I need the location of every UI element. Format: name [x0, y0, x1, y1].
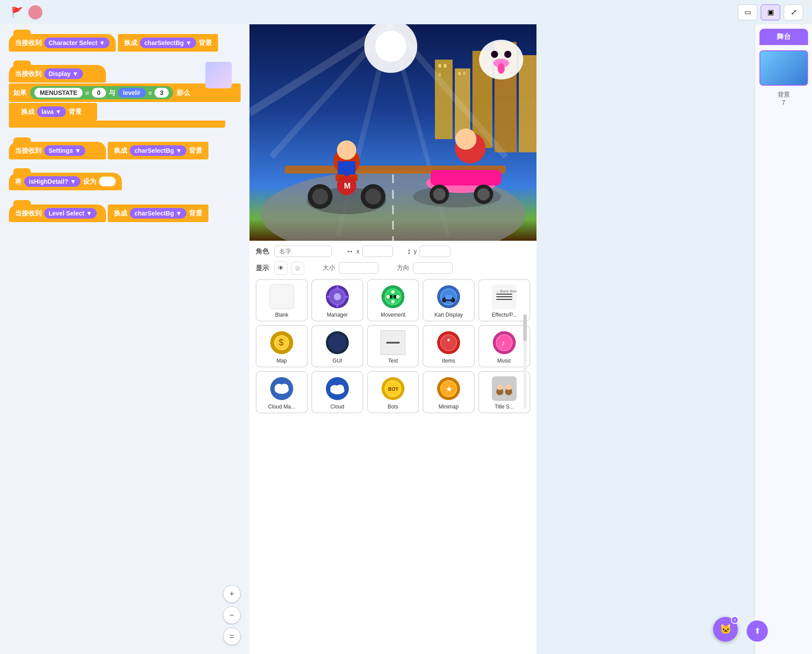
svg-text:BOT: BOT — [388, 386, 399, 392]
sprite-card-bots[interactable]: BOT Bots — [367, 371, 419, 413]
event-name-1: Character Select — [49, 39, 98, 46]
sprite-card-map[interactable]: $ Map — [256, 325, 308, 367]
action-block-2[interactable]: 换成 lava ▼ 背景 — [9, 103, 97, 121]
action-block-1[interactable]: 换成 charSelectBg ▼ 背景 — [118, 34, 218, 52]
event-pill-2[interactable]: Display ▼ — [44, 68, 83, 79]
sprite-card-minimap[interactable]: ★ Minimap — [423, 371, 475, 413]
zoom-out-btn[interactable]: − — [223, 606, 241, 624]
svg-rect-9 — [458, 72, 461, 75]
action-type-1: 背景 — [199, 39, 212, 47]
fullscreen-btn[interactable]: ⤢ — [784, 4, 803, 20]
x-arrows-icon: ↔ — [346, 247, 354, 256]
hat-label-2: 当接收到 — [15, 70, 42, 78]
size-input[interactable] — [339, 262, 378, 274]
svg-rect-10 — [463, 72, 465, 75]
action-label-5: 换成 — [114, 209, 127, 218]
zoom-controls: + − = — [223, 585, 241, 645]
size-group: 大小 — [323, 262, 378, 274]
event-pill-3[interactable]: Settings ▼ — [44, 145, 85, 156]
hat-block-5[interactable]: 当接收到 Level Select ▼ — [9, 204, 106, 222]
sprite-card-effects[interactable]: — Blank Blank Body Effects/P... — [478, 279, 530, 321]
layout-btn-2[interactable]: ▣ — [761, 4, 780, 20]
fit-btn[interactable]: = — [223, 628, 241, 645]
cat-button[interactable]: 🐱 + — [713, 617, 738, 642]
costume-pill-3[interactable]: charSelectBg ▼ — [130, 145, 186, 156]
sprite-card-gui[interactable]: GUI — [311, 325, 363, 367]
svg-rect-37 — [431, 170, 501, 185]
y-input[interactable] — [419, 246, 450, 257]
event-pill-1[interactable]: Character Select ▼ — [44, 38, 110, 48]
hat-block-4[interactable]: 将 isHighDetail? ▼ 设为 — [9, 173, 122, 190]
chevron-down-icon: ▼ — [185, 39, 192, 46]
hat-block-2[interactable]: 当接收到 Display ▼ — [9, 65, 106, 83]
costume-pill-5[interactable]: charSelectBg ▼ — [130, 208, 186, 219]
costume-name-1: charSelectBg — [144, 39, 184, 46]
sprite-scrollbar-thumb[interactable] — [523, 314, 527, 341]
sprite-card-movement[interactable]: Movement — [367, 279, 419, 321]
hat-block-1[interactable]: 当接收到 Character Select ▼ — [9, 34, 116, 52]
sprite-label-blank: Blank — [275, 312, 288, 318]
cond-val-2: 3 — [155, 88, 169, 98]
costume-pill-1[interactable]: charSelectBg ▼ — [140, 38, 196, 48]
event-pill-4[interactable]: isHighDetail? ▼ — [24, 176, 80, 187]
top-bar: 🚩 ▭ ▣ ⤢ — [0, 0, 812, 24]
direction-input[interactable] — [413, 262, 453, 274]
svg-rect-51 — [336, 304, 338, 307]
sprite-card-items[interactable]: Items — [423, 325, 475, 367]
action-block-3[interactable]: 换成 charSelectBg ▼ 背景 — [108, 142, 208, 159]
stage-tab[interactable]: 舞台 — [759, 29, 808, 45]
hide-eye-btn[interactable]: ⊘ — [291, 261, 304, 275]
stage-thumbnail[interactable] — [759, 50, 808, 86]
sprite-grid-container: Blank Manager Movement Kart Display — [256, 279, 530, 413]
sprite-icon-text — [381, 330, 405, 355]
svg-point-61 — [391, 300, 395, 303]
sprite-panel: 角色 ↔ x ↕ y 显示 👁 ⊘ 大小 方向 — [249, 241, 536, 654]
sprite-icon-items — [436, 330, 461, 355]
sprite-label-gui: GUI — [332, 358, 342, 364]
sprite-card-text[interactable]: Text — [367, 325, 419, 367]
sprite-card-manager[interactable]: Manager — [311, 279, 363, 321]
svg-point-28 — [312, 189, 328, 204]
svg-point-41 — [477, 188, 490, 200]
sprite-label-effects: Effects/P... — [492, 312, 517, 318]
zoom-in-btn[interactable]: + — [223, 585, 241, 603]
sprite-card-cloud[interactable]: Cloud — [311, 371, 363, 413]
block-group-1: 当接收到 Character Select ▼ 换成 charSelectBg … — [9, 33, 241, 52]
stop-button[interactable] — [28, 5, 42, 19]
sprite-card-music[interactable]: ♪ Music — [478, 325, 530, 367]
sprite-name-input[interactable] — [274, 246, 332, 257]
sprite-icon-map: $ — [269, 330, 294, 355]
sprite-icon-titlescreen — [492, 376, 517, 401]
svg-point-39 — [433, 188, 446, 200]
toggle-button-4[interactable] — [99, 177, 116, 186]
action-type-5: 背景 — [189, 209, 202, 218]
svg-point-43 — [491, 51, 498, 58]
layout-btn-1[interactable]: ▭ — [738, 4, 757, 20]
svg-rect-53 — [344, 296, 348, 298]
svg-point-77 — [329, 334, 346, 352]
event-pill-5[interactable]: Level Select ▼ — [44, 208, 97, 219]
svg-rect-1 — [435, 60, 453, 139]
svg-rect-50 — [336, 286, 338, 290]
x-input[interactable] — [362, 246, 393, 257]
sprite-card-titlescreen[interactable]: Title S... — [478, 371, 530, 413]
svg-rect-57 — [393, 295, 397, 299]
chevron-down-icon-4: ▼ — [75, 147, 81, 154]
stage-expand-btn[interactable]: ⬆ — [747, 620, 768, 642]
event-name-5: Level Select — [49, 210, 84, 217]
svg-point-82 — [447, 339, 450, 341]
sprite-card-cloud-ma[interactable]: Cloud Ma... — [256, 371, 308, 413]
sprite-scrollbar-track[interactable] — [523, 314, 527, 409]
action-block-5[interactable]: 换成 charSelectBg ▼ 背景 — [108, 204, 208, 222]
sprite-card-kart[interactable]: Kart Display — [423, 279, 475, 321]
sprite-label-titlescreen: Title S... — [495, 404, 514, 410]
sprite-card-blank[interactable]: Blank — [256, 279, 308, 321]
hat-block-3[interactable]: 当接收到 Settings ▼ — [9, 142, 106, 159]
block-group-3: 当接收到 Settings ▼ 换成 charSelectBg ▼ 背景 — [9, 141, 241, 159]
show-eye-btn[interactable]: 👁 — [274, 261, 287, 275]
green-flag-button[interactable]: 🚩 — [9, 4, 25, 20]
svg-point-30 — [365, 189, 381, 204]
sprite-label-manager: Manager — [327, 312, 347, 318]
costume-pill-2[interactable]: lava ▼ — [37, 106, 66, 117]
svg-point-58 — [386, 295, 390, 299]
